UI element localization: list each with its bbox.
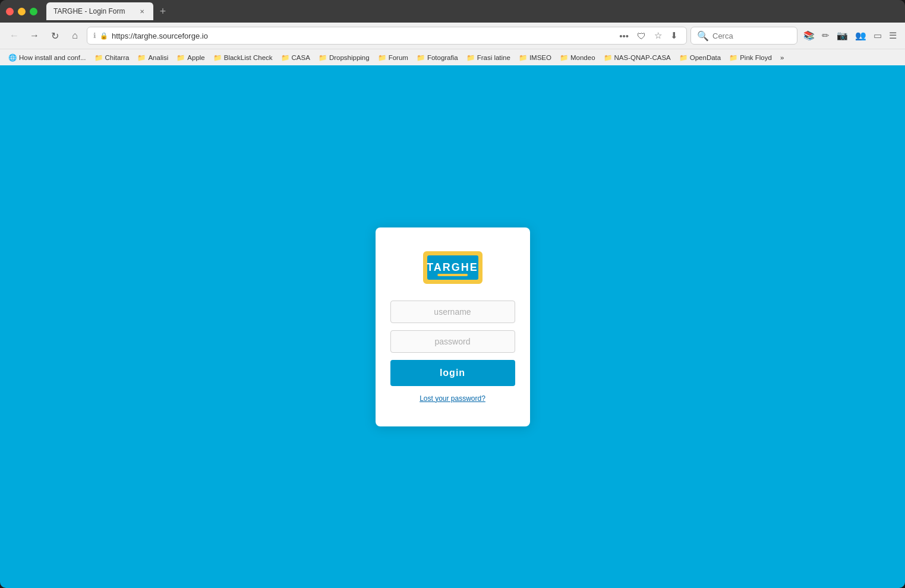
forgot-password-link[interactable]: Lost your password? — [420, 394, 485, 403]
bookmark-fotografia[interactable]: 📁 Fotografia — [413, 52, 462, 63]
bookmark-forum[interactable]: 📁 Forum — [374, 52, 412, 63]
folder-icon: 📁 — [417, 53, 425, 62]
bookmark-frasi-latine[interactable]: 📁 Frasi latine — [463, 52, 514, 63]
refresh-button[interactable]: ↻ — [46, 27, 63, 44]
menu-icon[interactable]: ☰ — [887, 28, 899, 43]
bookmark-nas-qnap[interactable]: 📁 NAS-QNAP-CASA — [600, 52, 674, 63]
address-bar[interactable]: ℹ 🔒 https://targhe.sourceforge.io ••• 🛡 … — [87, 27, 687, 45]
tab-title: TARGHE - Login Form — [53, 7, 133, 15]
nav-actions: 📚 ✏ 📷 👥 ▭ ☰ — [801, 28, 899, 43]
nav-bar: ← → ↻ ⌂ ℹ 🔒 https://targhe.sourceforge.i… — [0, 23, 905, 49]
library-icon[interactable]: 📚 — [801, 28, 817, 43]
download-icon[interactable]: ⬇ — [668, 28, 680, 43]
bookmark-imseo[interactable]: 📁 IMSEO — [515, 52, 555, 63]
bookmark-how-install[interactable]: 🌐 How install and conf... — [5, 52, 90, 63]
folder-icon: 📁 — [560, 53, 568, 62]
traffic-lights — [6, 8, 37, 15]
tab-close-icon[interactable]: ✕ — [138, 7, 146, 15]
folder-icon: 📁 — [519, 53, 527, 62]
folder-icon: 📁 — [94, 53, 103, 62]
back-button[interactable]: ← — [6, 27, 23, 44]
folder-icon: 📁 — [281, 53, 289, 62]
logo-bottom-strip — [437, 274, 468, 276]
accounts-icon[interactable]: 👥 — [853, 28, 869, 43]
title-bar: TARGHE - Login Form ✕ + — [0, 0, 905, 23]
info-icon: ℹ — [93, 31, 96, 40]
folder-icon: 📁 — [604, 53, 612, 62]
folder-icon: 📁 — [466, 53, 475, 62]
folder-icon: 📁 — [213, 53, 222, 62]
targhe-logo: TARGHE — [423, 251, 483, 284]
bookmarks-bar: 🌐 How install and conf... 📁 Chitarra 📁 A… — [0, 49, 905, 65]
bookmark-pink-floyd[interactable]: 📁 Pink Floyd — [726, 52, 775, 63]
tab-bar: TARGHE - Login Form ✕ + — [46, 2, 899, 20]
bookmark-chitarra[interactable]: 📁 Chitarra — [91, 52, 133, 63]
url-text: https://targhe.sourceforge.io — [112, 31, 613, 40]
home-button[interactable]: ⌂ — [67, 27, 83, 44]
pen-icon[interactable]: ✏ — [819, 28, 832, 43]
more-bookmarks-button[interactable]: » — [777, 53, 787, 62]
sidebar-icon[interactable]: ▭ — [871, 28, 884, 43]
maximize-button[interactable] — [30, 8, 37, 15]
bookmark-analisi[interactable]: 📁 Analisi — [134, 52, 172, 63]
search-input[interactable] — [712, 31, 791, 40]
bookmark-opendata[interactable]: 📁 OpenData — [676, 52, 724, 63]
username-input[interactable] — [390, 301, 515, 323]
folder-icon: 📁 — [319, 53, 327, 62]
forward-button[interactable]: → — [26, 27, 43, 44]
active-tab[interactable]: TARGHE - Login Form ✕ — [46, 2, 153, 20]
close-button[interactable] — [6, 8, 14, 15]
folder-icon: 📁 — [729, 53, 737, 62]
bookmark-dropshipping[interactable]: 📁 Dropshipping — [315, 52, 373, 63]
search-bar[interactable]: 🔍 — [690, 27, 797, 45]
browser-window: TARGHE - Login Form ✕ + ← → ↻ ⌂ ℹ 🔒 http… — [0, 0, 905, 588]
search-icon: 🔍 — [697, 30, 709, 42]
password-input[interactable] — [390, 330, 515, 353]
bookmark-mondeo[interactable]: 📁 Mondeo — [556, 52, 599, 63]
pocket-icon[interactable]: 🛡 — [635, 29, 648, 43]
more-options-icon[interactable]: ••• — [617, 29, 631, 43]
browser-content: TARGHE login Lost your password? — [0, 65, 905, 588]
minimize-button[interactable] — [18, 8, 26, 15]
bookmark-casa[interactable]: 📁 CASA — [278, 52, 314, 63]
bookmark-apple[interactable]: 📁 Apple — [173, 52, 208, 63]
web-icon: 🌐 — [8, 53, 17, 62]
login-card: TARGHE login Lost your password? — [376, 227, 530, 426]
logo-text: TARGHE — [427, 261, 478, 274]
bookmark-blacklist[interactable]: 📁 BlackList Check — [210, 52, 276, 63]
bookmark-star-icon[interactable]: ☆ — [652, 28, 664, 43]
login-button[interactable]: login — [390, 360, 515, 386]
new-tab-button[interactable]: + — [154, 3, 171, 20]
folder-icon: 📁 — [137, 53, 146, 62]
folder-icon: 📁 — [176, 53, 185, 62]
lock-icon: 🔒 — [100, 32, 108, 40]
folder-icon: 📁 — [378, 53, 386, 62]
screenshot-icon[interactable]: 📷 — [834, 28, 850, 43]
folder-icon: 📁 — [679, 53, 688, 62]
